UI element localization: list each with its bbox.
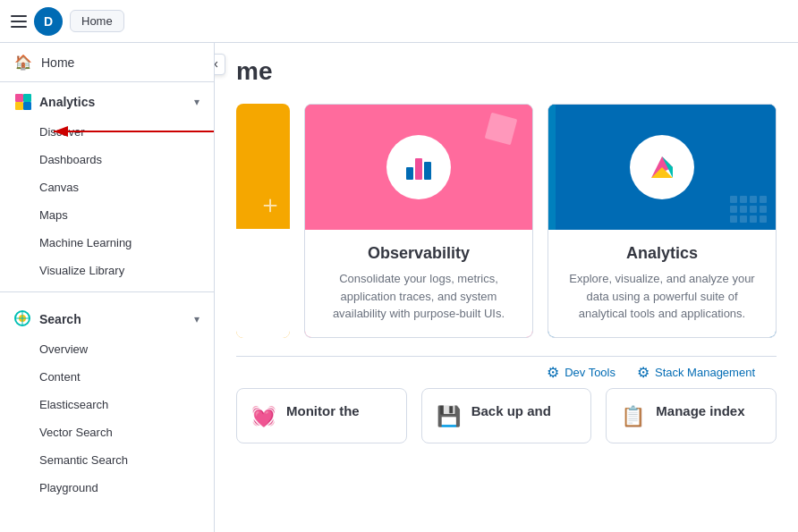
dashboards-label: Dashboards <box>39 153 102 166</box>
backup-icon: 💾 <box>437 405 461 428</box>
analytics-icon-circle <box>630 135 694 199</box>
observability-card-title: Observability <box>319 244 518 263</box>
backup-card[interactable]: 💾 Back up and <box>421 388 592 443</box>
stack-management-icon: ⚙ <box>637 364 649 381</box>
monitor-card-content: Monitor the <box>286 403 360 418</box>
discover-label: Discover <box>39 125 85 139</box>
hamburger-button[interactable] <box>11 15 27 28</box>
maps-label: Maps <box>39 208 68 222</box>
observability-card-body: Observability Consolidate your logs, met… <box>305 230 532 337</box>
sidebar-item-maps[interactable]: Maps <box>0 201 214 229</box>
sidebar-item-dashboards[interactable]: Dashboards <box>0 146 214 173</box>
search-items: Overview Content Elasticsearch Vector Se… <box>0 335 214 502</box>
page-title: me <box>236 57 777 86</box>
manage-index-card-content: Manage index <box>656 403 744 418</box>
search-title: Search <box>14 310 81 328</box>
analytics-card-body: Analytics Explore, visualize, and analyz… <box>548 230 776 337</box>
search-chevron-icon: ▾ <box>194 313 200 325</box>
svg-rect-0 <box>15 94 23 102</box>
vector-search-label: Vector Search <box>39 426 113 439</box>
grid-deco <box>730 196 767 223</box>
observability-card-desc: Consolidate your logs, metrics, applicat… <box>319 270 518 323</box>
analytics-card-title: Analytics <box>563 244 761 263</box>
analytics-card-header <box>548 105 776 230</box>
sidebar: 🏠 Home Analytics ▾ <box>0 43 215 532</box>
sidebar-item-visualize-library[interactable]: Visualize Library <box>0 257 214 284</box>
machine-learning-label: Machine Learning <box>39 236 132 249</box>
manage-index-card-title: Manage index <box>656 403 744 418</box>
main-content-area: × me ＋ <box>215 43 798 532</box>
analytics-card-desc: Explore, visualize, and analyze your dat… <box>563 270 761 323</box>
dev-tools-icon: ⚙ <box>547 364 559 381</box>
analytics-chevron-icon: ▾ <box>194 96 200 108</box>
plus-icon: ＋ <box>258 188 283 222</box>
backup-card-title: Back up and <box>471 403 551 418</box>
stack-management-link[interactable]: ⚙ Stack Management <box>637 364 755 381</box>
observability-icon-circle <box>386 135 451 199</box>
overview-label: Overview <box>39 342 88 356</box>
close-button[interactable]: × <box>215 54 225 75</box>
analytics-title: Analytics <box>14 93 95 111</box>
home-tab[interactable]: Home <box>70 10 124 32</box>
home-icon: 🏠 <box>14 54 32 71</box>
content-label: Content <box>39 370 81 384</box>
sidebar-divider <box>0 291 214 292</box>
analytics-icon <box>14 93 32 111</box>
avatar[interactable]: D <box>34 7 63 36</box>
svg-rect-12 <box>424 162 431 180</box>
sidebar-home[interactable]: 🏠 Home <box>0 43 214 82</box>
partial-card-header: ＋ <box>236 104 290 229</box>
sidebar-item-content[interactable]: Content <box>0 363 214 391</box>
manage-index-icon: 📋 <box>621 405 645 428</box>
svg-rect-11 <box>415 158 422 180</box>
main-content: me ＋ <box>215 43 798 532</box>
cards-row: ＋ <box>236 104 777 338</box>
playground-label: Playground <box>39 481 98 494</box>
svg-rect-1 <box>23 94 31 102</box>
dev-tools-link[interactable]: ⚙ Dev Tools <box>547 364 615 381</box>
layout: 🏠 Home Analytics ▾ <box>0 43 798 532</box>
svg-rect-10 <box>406 167 413 180</box>
observability-card-header <box>305 105 532 230</box>
stack-management-label: Stack Management <box>655 366 755 379</box>
partial-card[interactable]: ＋ <box>236 104 290 338</box>
discover-item-wrapper: Discover <box>0 118 214 146</box>
search-section-header[interactable]: Search ▾ <box>0 300 214 335</box>
sidebar-item-playground[interactable]: Playground <box>0 474 214 502</box>
svg-rect-3 <box>23 102 31 110</box>
pink-deco <box>485 113 518 146</box>
elasticsearch-label: Elasticsearch <box>39 398 108 411</box>
blue-stripe-deco <box>548 105 556 230</box>
analytics-section-header[interactable]: Analytics ▾ <box>0 82 214 118</box>
monitor-card-title: Monitor the <box>286 403 360 418</box>
topbar: D Home <box>0 0 798 43</box>
sidebar-item-elasticsearch[interactable]: Elasticsearch <box>0 391 214 418</box>
visualize-library-label: Visualize Library <box>39 264 124 277</box>
sidebar-item-vector-search[interactable]: Vector Search <box>0 418 214 446</box>
semantic-search-label: Semantic Search <box>39 453 128 467</box>
canvas-label: Canvas <box>39 181 79 194</box>
search-section-icon <box>14 310 32 328</box>
svg-rect-2 <box>15 102 23 110</box>
bottom-cards-row: 💓 Monitor the 💾 Back up and 📋 Manage ind… <box>236 388 777 443</box>
sidebar-item-machine-learning[interactable]: Machine Learning <box>0 229 214 257</box>
sidebar-section-analytics: Analytics ▾ Discover <box>0 82 214 284</box>
sidebar-item-canvas[interactable]: Canvas <box>0 173 214 201</box>
sidebar-home-label: Home <box>41 55 74 70</box>
bottom-bar: ⚙ Dev Tools ⚙ Stack Management <box>236 356 777 388</box>
analytics-items: Discover Dashboards <box>0 118 214 284</box>
backup-card-content: Back up and <box>471 403 551 418</box>
monitor-icon: 💓 <box>251 405 276 428</box>
monitor-card[interactable]: 💓 Monitor the <box>236 388 407 443</box>
sidebar-item-discover[interactable]: Discover <box>0 118 214 146</box>
sidebar-item-overview[interactable]: Overview <box>0 335 214 363</box>
observability-card[interactable]: Observability Consolidate your logs, met… <box>304 104 533 338</box>
manage-index-card[interactable]: 📋 Manage index <box>606 388 777 443</box>
sidebar-section-search: Search ▾ Overview Content Elasticsearch … <box>0 300 214 502</box>
sidebar-item-semantic-search[interactable]: Semantic Search <box>0 446 214 474</box>
dev-tools-label: Dev Tools <box>565 366 615 379</box>
analytics-card[interactable]: Analytics Explore, visualize, and analyz… <box>548 104 777 338</box>
